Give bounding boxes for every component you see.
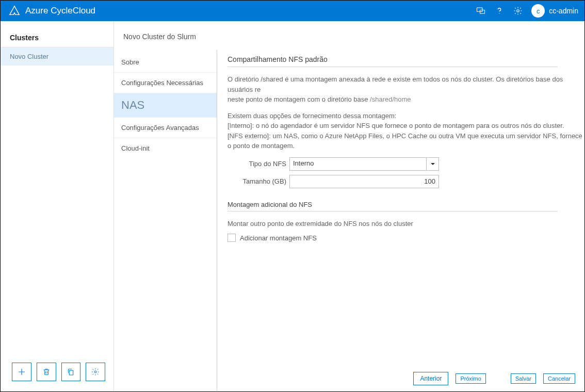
nfs-type-row: Tipo do NFS Interno: [228, 157, 584, 171]
nfs-desc-2: Existem duas opções de fornecimento dess…: [228, 111, 584, 151]
cancel-button[interactable]: Cancelar: [543, 373, 575, 384]
nfs-type-select[interactable]: Interno: [289, 157, 439, 171]
step-cloud-init[interactable]: Cloud-init: [114, 138, 217, 158]
add-nfs-mount-checkbox[interactable]: [228, 234, 236, 242]
text: [Interno]: o nó do agendador é um servid…: [228, 122, 564, 129]
nfs-section-title: Compartilhamento NFS padrão: [228, 55, 558, 67]
step-configuracoes-necessarias[interactable]: Configurações Necessárias: [114, 73, 217, 93]
user-menu[interactable]: c cc-admin: [531, 4, 578, 18]
step-label: Cloud-init: [121, 144, 150, 152]
sidebar-actions: [1, 363, 113, 387]
nfs-size-input[interactable]: [289, 175, 439, 188]
text: [NFS externo]: um NAS, como o Azure NetA…: [228, 132, 582, 150]
sidebar-item-label: Novo Cluster: [10, 53, 48, 60]
step-label: Sobre: [121, 58, 139, 66]
sidebar: Clusters Novo Cluster: [1, 21, 114, 391]
feedback-icon[interactable]: [472, 1, 490, 21]
text: neste ponto de montagem com o diretório …: [228, 95, 370, 103]
username: cc-admin: [549, 7, 578, 15]
chevron-down-icon[interactable]: [426, 158, 438, 170]
brand[interactable]: Azure CycleCloud: [9, 5, 95, 17]
step-label: NAS: [121, 99, 144, 111]
svg-rect-0: [477, 8, 483, 12]
next-button[interactable]: Próximo: [456, 373, 485, 384]
brand-logo-icon: [9, 5, 20, 17]
text: /shared/home: [370, 95, 411, 103]
settings-button[interactable]: [86, 363, 105, 381]
content: Novo Cluster do Slurm Sobre Configuraçõe…: [114, 21, 584, 391]
avatar-initial: c: [537, 7, 540, 15]
step-configuracoes-avancadas[interactable]: Configurações Avançadas: [114, 118, 217, 138]
nfs-desc-1: O diretório /shared é uma montagem anexa…: [228, 74, 584, 105]
svg-point-3: [517, 10, 519, 12]
nfs-extra-section-title: Montagem adicional do NFS: [228, 201, 558, 211]
text: Existem duas opções de fornecimento dess…: [228, 112, 396, 120]
step-nas[interactable]: NAS: [114, 93, 217, 118]
settings-icon[interactable]: [509, 1, 527, 21]
sidebar-title: Clusters: [1, 30, 113, 47]
nfs-extra-desc: Montar outro ponto de extremidade do NFS…: [228, 219, 584, 229]
delete-button[interactable]: [37, 363, 56, 381]
nfs-size-row: Tamanho (GB): [228, 175, 584, 188]
nfs-type-label: Tipo do NFS: [228, 160, 289, 168]
wizard-footer: Anterior Próximo Salvar Cancelar: [413, 372, 575, 385]
wizard-steps: Sobre Configurações Necessárias NAS Conf…: [114, 50, 217, 391]
copy-button[interactable]: [61, 363, 81, 381]
step-sobre[interactable]: Sobre: [114, 52, 217, 73]
svg-rect-4: [70, 370, 73, 375]
save-button[interactable]: Salvar: [511, 373, 536, 384]
add-nfs-mount-label: Adicionar montagem NFS: [240, 234, 317, 242]
step-label: Configurações Avançadas: [121, 124, 199, 132]
prev-button[interactable]: Anterior: [413, 372, 448, 385]
add-nfs-mount-row: Adicionar montagem NFS: [228, 234, 584, 242]
nfs-size-label: Tamanho (GB): [228, 177, 289, 185]
svg-point-2: [499, 13, 500, 13]
sidebar-item-novo-cluster[interactable]: Novo Cluster: [1, 47, 113, 66]
brand-text: Azure CycleCloud: [25, 6, 95, 16]
svg-point-5: [94, 371, 96, 373]
help-icon[interactable]: [490, 1, 509, 21]
add-button[interactable]: [12, 363, 31, 381]
page-title: Novo Cluster do Slurm: [114, 30, 584, 50]
app-header: Azure CycleCloud c cc-admin: [1, 1, 584, 21]
step-label: Configurações Necessárias: [121, 79, 203, 87]
avatar: c: [531, 4, 545, 18]
nfs-type-value: Interno: [290, 158, 426, 170]
form-area: Compartilhamento NFS padrão O diretório …: [217, 50, 584, 391]
text: O diretório /shared é uma montagem anexa…: [228, 75, 563, 93]
